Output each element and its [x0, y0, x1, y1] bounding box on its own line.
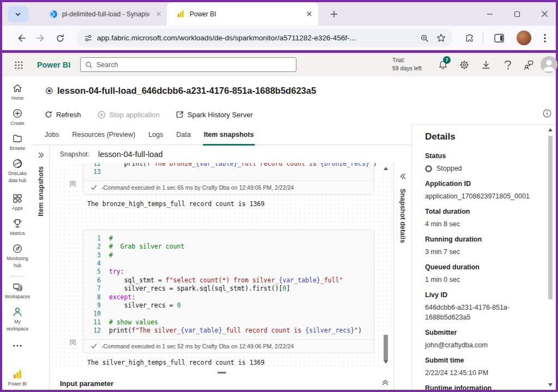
snapshot-label: Snapshot: — [60, 150, 89, 158]
cell-execution-index: [8] — [70, 180, 76, 186]
apps-icon — [12, 193, 23, 204]
url-text[interactable]: app.fabric.microsoft.com/workloads/de-ds… — [97, 34, 420, 42]
code-cell[interactable]: 1#2# Grab silver count3#45try:6 sql_stmt… — [83, 230, 374, 353]
sidebar-item-label: data hub — [8, 178, 26, 183]
sidebar-item-label: Monitoring — [7, 256, 28, 261]
powerbi-icon — [12, 369, 23, 379]
application-title-row: lesson-04-full-load_646dcbb6-a231-4176-8… — [33, 76, 556, 105]
site-settings-icon[interactable] — [84, 34, 93, 43]
details-scrollbar[interactable] — [548, 127, 554, 388]
browse-icon — [12, 133, 23, 144]
expand-right-icon[interactable] — [399, 173, 407, 180]
sidebar-item-workspaces[interactable]: Workspaces — [2, 281, 33, 299]
info-icon[interactable] — [543, 109, 551, 118]
minimize-button[interactable] — [487, 11, 493, 17]
sidebar-item-power-bi[interactable]: Power BI — [2, 369, 33, 387]
details-label: Submit time — [425, 357, 539, 365]
details-value: 2/22/24 12:45:10 PM — [425, 368, 539, 378]
sidebar-item-apps[interactable]: Apps — [2, 193, 33, 211]
side-panel-icon[interactable] — [493, 32, 506, 45]
browser-tab-powerbi[interactable]: Power BI — [167, 2, 318, 26]
expand-section-icon[interactable] — [381, 378, 389, 386]
bookmark-star-icon[interactable] — [436, 33, 446, 43]
browser-menu-icon[interactable] — [538, 32, 551, 45]
details-panel: Details StatusStoppedApplication IDappli… — [411, 124, 556, 390]
details-label: Running duration — [425, 236, 539, 244]
more-icon — [13, 345, 22, 347]
snapshot-details-vertical-label[interactable]: Snapshot details — [399, 189, 407, 243]
close-window-button[interactable] — [541, 10, 548, 17]
item-snapshots-vertical-label[interactable]: Item snapshots — [37, 166, 45, 216]
details-label: Total duration — [425, 208, 539, 216]
snapshot-details-strip[interactable]: Snapshot details — [393, 163, 411, 390]
details-label: Submitter — [425, 329, 539, 337]
notifications-button[interactable]: 7 — [438, 59, 448, 70]
tab-logs[interactable]: Logs — [148, 124, 163, 145]
check-icon — [91, 343, 97, 349]
tab-resources-preview-[interactable]: Resources (Preview) — [72, 124, 135, 145]
sidebar-item-browse[interactable]: Browse — [2, 133, 33, 151]
panel-resize-handle[interactable] — [50, 367, 393, 377]
tab-jobs[interactable]: Jobs — [45, 124, 59, 145]
cell-execution-status: -Command executed in 1 sec 52 ms by Craf… — [83, 339, 374, 353]
page-title: lesson-04-full-load_646dcbb6-a231-4176-8… — [57, 86, 316, 96]
sidebar-item-metrics[interactable]: Metrics — [2, 218, 33, 236]
browser-tab-synapse[interactable]: pl-delimited-full-load - Synapse — [41, 2, 166, 26]
rail-divider — [11, 276, 24, 276]
sidebar-item-label: My — [14, 319, 20, 324]
notebook-scrollbar[interactable] — [383, 164, 389, 366]
tab-search-button[interactable] — [8, 6, 28, 22]
check-icon — [91, 185, 97, 190]
search-input[interactable]: Search — [80, 57, 296, 72]
status-value: Stopped — [425, 164, 539, 173]
browser-tab-strip: pl-delimited-full-load - Synapse Power B… — [2, 2, 556, 26]
details-label: Status — [425, 152, 539, 160]
download-icon[interactable] — [481, 59, 492, 70]
sidebar-item-label: Power BI — [8, 381, 27, 387]
forward-button[interactable] — [34, 32, 47, 45]
collapse-left-icon[interactable] — [38, 152, 45, 159]
browser-profile-avatar[interactable] — [517, 31, 531, 45]
sidebar-item-label: workspace — [7, 326, 29, 331]
zoom-icon[interactable] — [420, 34, 429, 43]
new-tab-button[interactable] — [328, 8, 340, 20]
tab-item-snapshots[interactable]: Item snapshots — [204, 124, 254, 145]
monitoring-icon — [12, 243, 23, 254]
extensions-icon[interactable] — [463, 32, 476, 45]
details-label: Livy ID — [425, 291, 539, 299]
help-icon[interactable] — [502, 59, 513, 70]
tab-data[interactable]: Data — [177, 124, 191, 145]
app-brand[interactable]: Power BI — [37, 61, 71, 69]
sidebar-item-label: Workspaces — [5, 294, 31, 299]
sidebar-item-onelake-data-hub[interactable]: OneLakedata hub — [2, 158, 33, 183]
stop-application-button[interactable]: Stop application — [98, 111, 160, 119]
reload-button[interactable] — [53, 32, 66, 45]
code-cell[interactable]: 12 print(f"The bronze_{var_table}_full r… — [83, 163, 374, 195]
refresh-icon — [45, 111, 52, 118]
sidebar-item-monitoring-hub[interactable]: Monitoringhub — [2, 243, 33, 268]
details-value: 646dcbb6-a231-4176-851a-1688b5d623a5 — [425, 303, 539, 322]
sidebar-item-create[interactable]: Create — [2, 108, 33, 126]
waffle-menu-icon[interactable] — [13, 59, 24, 70]
workspaces-icon — [12, 281, 23, 292]
back-button[interactable] — [15, 32, 28, 45]
sidebar-item-my-workspace[interactable]: Myworkspace — [2, 306, 33, 331]
snapshot-header: Snapshot: lesson-04-full-load — [50, 145, 411, 163]
maximize-button[interactable] — [514, 11, 520, 17]
input-parameter-section[interactable]: Input parameter — [50, 377, 393, 390]
item-snapshots-strip[interactable]: Item snapshots — [33, 145, 50, 390]
sidebar-item-label: Create — [10, 120, 25, 126]
spark-history-server-button[interactable]: Spark History Server — [176, 111, 253, 119]
sidebar-item-more[interactable] — [2, 345, 33, 347]
cell-execution-index: [9] — [70, 339, 76, 345]
close-tab-icon[interactable] — [304, 9, 314, 19]
details-value: 1 min 0 sec — [425, 275, 539, 285]
sidebar-item-home[interactable]: Home — [2, 83, 33, 101]
account-avatar[interactable] — [541, 56, 557, 73]
address-bar[interactable]: app.fabric.microsoft.com/workloads/de-ds… — [76, 29, 452, 47]
feedback-icon[interactable] — [523, 59, 534, 70]
notebook-scroll-area[interactable]: [8]12 print(f"The bronze_{var_table}_ful… — [50, 163, 393, 367]
my-workspace-icon — [12, 306, 23, 317]
refresh-button[interactable]: Refresh — [45, 111, 81, 119]
settings-gear-icon[interactable] — [459, 59, 470, 70]
